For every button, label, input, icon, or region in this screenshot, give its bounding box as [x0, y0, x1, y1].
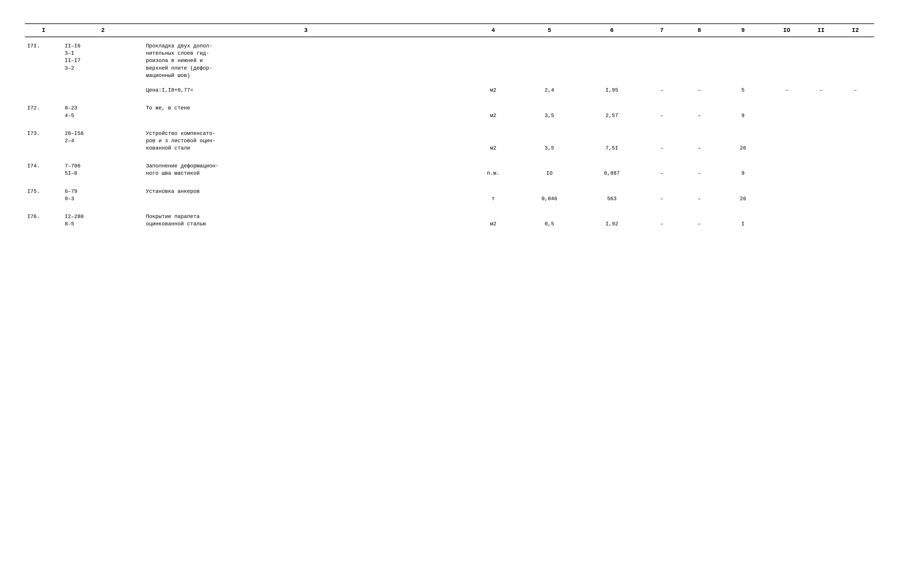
row172-code: 8–23 4–5 — [62, 99, 144, 124]
header-col8: 8 — [681, 24, 718, 37]
row174-code: 7–706 5I–6 — [62, 157, 144, 182]
row172-val8: 9 — [718, 99, 768, 124]
header-col5: 5 — [518, 24, 581, 37]
row172-val10 — [805, 99, 837, 124]
table-header-row: I 2 3 4 5 6 7 8 9 IO II I2 — [25, 24, 874, 37]
row176-val11 — [837, 208, 874, 233]
row176-unit: м2 — [468, 208, 518, 233]
row176-val7: – — [681, 208, 718, 233]
table-row: I7I. II–I6 3–I II–I7 3–2 Прокладка двух … — [25, 37, 874, 99]
row175-val9 — [768, 183, 805, 208]
row171-code: II–I6 3–I II–I7 3–2 — [62, 37, 144, 99]
row175-desc: Установка анкеров — [144, 183, 468, 208]
header-col11: II — [805, 24, 837, 37]
row171-val8: 5 — [718, 37, 768, 99]
header-col9: 9 — [718, 24, 768, 37]
row172-val4: 3,5 — [518, 99, 581, 124]
row173-val4: 3,5 — [518, 125, 581, 157]
row173-code: 20–I58 2–4 — [62, 125, 144, 157]
row173-val5: 7,5I — [581, 125, 643, 157]
row171-val11: – — [837, 37, 874, 99]
row174-val5: 0,887 — [581, 157, 643, 182]
row172-desc: То же, в стене — [144, 99, 468, 124]
row175-val5: 563 — [581, 183, 643, 208]
row173-val7: – — [681, 125, 718, 157]
row171-val9: – — [768, 37, 805, 99]
row176-val9 — [768, 208, 805, 233]
row171-desc: Прокладка двух допол-нительных слоев гид… — [144, 37, 468, 99]
row176-val4: 0,5 — [518, 208, 581, 233]
row174-val8: 9 — [718, 157, 768, 182]
row174-val11 — [837, 157, 874, 182]
row176-code: I2–280 8–5 — [62, 208, 144, 233]
table-row: I73. 20–I58 2–4 Устройство компенсато-ро… — [25, 125, 874, 157]
row173-val10 — [805, 125, 837, 157]
header-col4: 4 — [468, 24, 518, 37]
main-table: I 2 3 4 5 6 7 8 9 IO II I2 I7I. II–I6 3–… — [25, 23, 874, 233]
row171-val7: – — [681, 37, 718, 99]
row174-desc: Заполнение деформацион-ного шва мастикой — [144, 157, 468, 182]
table-row: I75. 6–79 9–3 Установка анкеров т 0,046 … — [25, 183, 874, 208]
row175-val10 — [805, 183, 837, 208]
header-col12: I2 — [837, 24, 874, 37]
row171-val6: – — [643, 37, 681, 99]
row175-code: 6–79 9–3 — [62, 183, 144, 208]
table-row: I72. 8–23 4–5 То же, в стене м2 3,5 2,57… — [25, 99, 874, 124]
header-col3: 3 — [144, 24, 468, 37]
row174-val10 — [805, 157, 837, 182]
row173-val9 — [768, 125, 805, 157]
table-row: I74. 7–706 5I–6 Заполнение деформацион-н… — [25, 157, 874, 182]
row174-val6: – — [643, 157, 681, 182]
row172-val6: – — [643, 99, 681, 124]
row176-desc: Покрытие парапетаоцинкованной сталью — [144, 208, 468, 233]
row173-unit: м2 — [468, 125, 518, 157]
row173-val11 — [837, 125, 874, 157]
row176-val5: I,92 — [581, 208, 643, 233]
row176-val6: – — [643, 208, 681, 233]
row172-unit: м2 — [468, 99, 518, 124]
row175-val7: – — [681, 183, 718, 208]
row175-num: I75. — [25, 183, 62, 208]
row174-unit: п.м. — [468, 157, 518, 182]
row172-val7: – — [681, 99, 718, 124]
row174-val7: – — [681, 157, 718, 182]
row175-val8: 26 — [718, 183, 768, 208]
row171-unit: м2 — [468, 37, 518, 99]
row171-num: I7I. — [25, 37, 62, 99]
row172-val5: 2,57 — [581, 99, 643, 124]
table-row: I76. I2–280 8–5 Покрытие парапетаоцинков… — [25, 208, 874, 233]
row173-val8: 26 — [718, 125, 768, 157]
header-col2: 2 — [62, 24, 144, 37]
row173-num: I73. — [25, 125, 62, 157]
row174-val9 — [768, 157, 805, 182]
header-col1: I — [25, 24, 62, 37]
row173-val6: – — [643, 125, 681, 157]
row172-val9 — [768, 99, 805, 124]
row171-val4: 2,4 — [518, 37, 581, 99]
row174-val4: IO — [518, 157, 581, 182]
header-col6: 6 — [581, 24, 643, 37]
page-container: А–ПШ.ПУ-300-280.84 ат.IX 39 19963-09 I — [25, 23, 874, 233]
row173-desc: Устройство компенсато-ров и з листовой о… — [144, 125, 468, 157]
row176-val8: I — [718, 208, 768, 233]
row175-val11 — [837, 183, 874, 208]
row172-val11 — [837, 99, 874, 124]
row175-val4: 0,046 — [518, 183, 581, 208]
row175-unit: т — [468, 183, 518, 208]
row176-num: I76. — [25, 208, 62, 233]
header-col7: 7 — [643, 24, 681, 37]
header-col10: IO — [768, 24, 805, 37]
row175-val6: – — [643, 183, 681, 208]
row171-val10: – — [805, 37, 837, 99]
row176-val10 — [805, 208, 837, 233]
row174-num: I74. — [25, 157, 62, 182]
row172-num: I72. — [25, 99, 62, 124]
row171-val5: I,95 — [581, 37, 643, 99]
